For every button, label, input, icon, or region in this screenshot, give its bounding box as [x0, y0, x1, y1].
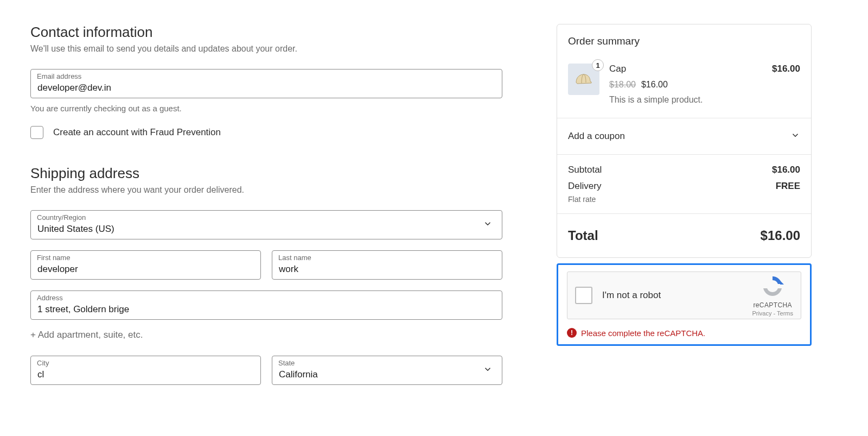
- city-input[interactable]: [30, 356, 261, 385]
- subtotal-value: $16.00: [772, 165, 800, 175]
- cap-icon: [573, 68, 595, 90]
- country-select[interactable]: United States (US): [30, 210, 502, 239]
- recaptcha-terms-link[interactable]: Terms: [777, 310, 793, 317]
- recaptcha-error: ! Please complete the reCAPTCHA.: [567, 328, 801, 338]
- item-name: Cap: [609, 64, 626, 74]
- first-name-field-wrap: First name: [30, 250, 261, 280]
- item-qty-badge: 1: [592, 59, 604, 71]
- order-summary: Order summary 1 Cap $16.00: [557, 24, 812, 258]
- country-field-wrap: Country/Region United States (US): [30, 210, 502, 239]
- item-old-price: $18.00: [609, 80, 636, 90]
- add-apartment-link[interactable]: + Add apartment, suite, etc.: [30, 330, 502, 340]
- create-account-checkbox[interactable]: [30, 126, 43, 139]
- delivery-label: Delivery: [568, 181, 601, 192]
- recaptcha-icon: [761, 274, 784, 298]
- email-input[interactable]: [30, 69, 502, 98]
- recaptcha-error-text: Please complete the reCAPTCHA.: [581, 328, 705, 338]
- contact-title: Contact information: [30, 24, 502, 41]
- contact-desc: We'll use this email to send you details…: [30, 44, 502, 54]
- first-name-input[interactable]: [30, 250, 261, 280]
- last-name-field-wrap: Last name: [272, 250, 502, 280]
- recaptcha-brand: reCAPTCHA: [752, 301, 793, 309]
- recaptcha-privacy-link[interactable]: Privacy: [752, 310, 771, 317]
- chevron-down-icon: [790, 130, 800, 142]
- summary-item-row: 1 Cap $16.00 $18.00 $16.00 This is a sim…: [557, 58, 811, 118]
- last-name-input[interactable]: [272, 250, 502, 280]
- recaptcha-links: Privacy - Terms: [752, 310, 793, 317]
- create-account-label: Create an account with Fraud Prevention: [53, 127, 221, 138]
- subtotal-label: Subtotal: [568, 165, 602, 175]
- error-icon: !: [567, 328, 577, 338]
- email-field-wrap: Email address: [30, 69, 502, 98]
- state-select[interactable]: California: [272, 356, 502, 385]
- address-input[interactable]: [30, 290, 502, 320]
- total-value: $16.00: [761, 228, 800, 243]
- recaptcha-label: I'm not a robot: [602, 290, 661, 301]
- item-description: This is a simple product.: [609, 95, 800, 105]
- guest-notice: You are currently checking out as a gues…: [30, 104, 502, 113]
- summary-title: Order summary: [557, 24, 811, 58]
- add-coupon-toggle[interactable]: Add a coupon: [557, 118, 811, 155]
- item-line-price: $16.00: [772, 64, 800, 74]
- coupon-label: Add a coupon: [568, 131, 625, 142]
- city-field-wrap: City: [30, 356, 261, 385]
- total-label: Total: [568, 228, 598, 243]
- shipping-title: Shipping address: [30, 165, 502, 182]
- address-field-wrap: Address: [30, 290, 502, 320]
- recaptcha-checkbox[interactable]: [575, 287, 592, 304]
- recaptcha-widget: I'm not a robot reCAPTCHA Privacy - Term…: [567, 271, 801, 319]
- recaptcha-highlight: I'm not a robot reCAPTCHA Privacy - Term…: [557, 263, 812, 346]
- shipping-desc: Enter the address where you want your or…: [30, 185, 502, 195]
- item-new-price: $16.00: [641, 80, 668, 90]
- delivery-value: FREE: [776, 181, 800, 192]
- state-field-wrap: State California: [272, 356, 502, 385]
- delivery-method: Flat rate: [568, 195, 800, 204]
